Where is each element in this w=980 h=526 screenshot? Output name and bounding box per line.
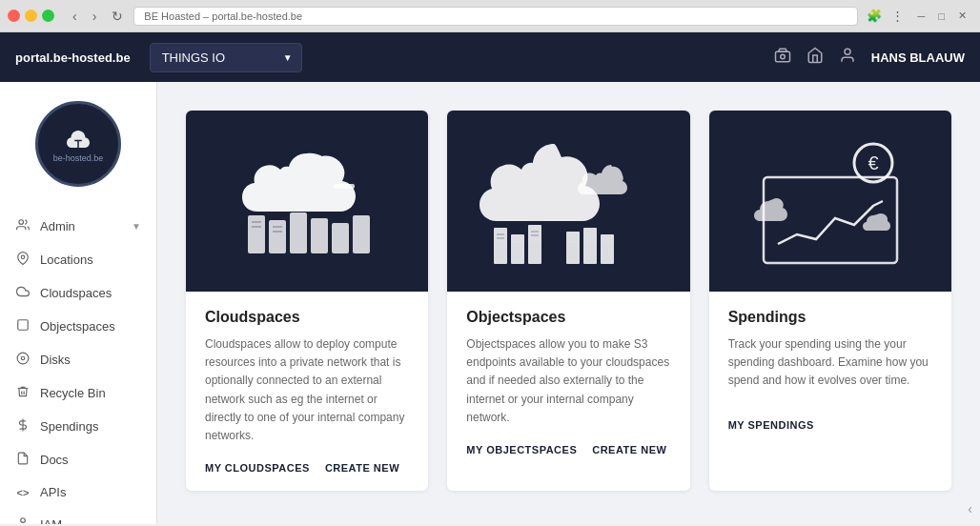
cloudspaces-card-actions: MY CLOUDSPACES CREATE NEW xyxy=(205,462,409,474)
url-bar[interactable]: BE Hoasted – portal.be-hosted.be xyxy=(133,7,857,26)
camera-icon[interactable] xyxy=(774,47,791,68)
disks-icon xyxy=(15,352,31,368)
sidebar-item-disks[interactable]: Disks xyxy=(0,343,156,376)
sidebar-nav: Admin ▼ Locations Cloudspaces xyxy=(0,202,156,524)
top-nav-icons: HANS BLAAUW xyxy=(774,47,965,68)
cloudspaces-icon xyxy=(15,285,31,301)
create-cloudspace-link[interactable]: CREATE NEW xyxy=(325,462,399,474)
sidebar: be-hosted.be Admin ▼ Locations xyxy=(0,82,157,524)
create-objectspace-link[interactable]: CREATE NEW xyxy=(592,444,666,455)
spendings-card-image: € xyxy=(709,111,951,292)
browser-forward-btn[interactable]: › xyxy=(88,7,102,26)
browser-minimize-btn[interactable] xyxy=(25,10,37,22)
objectspaces-card: Objectspaces Objectspaces allow you to m… xyxy=(447,111,689,491)
recycle-bin-icon xyxy=(15,385,31,401)
sidebar-objectspaces-label: Objectspaces xyxy=(40,319,141,334)
sidebar-item-locations[interactable]: Locations xyxy=(0,243,156,276)
objectspaces-card-actions: MY OBJECTSPACES CREATE NEW xyxy=(466,444,670,455)
svg-rect-22 xyxy=(511,234,524,264)
apis-icon: <> xyxy=(15,487,31,498)
svg-point-1 xyxy=(781,54,786,59)
spendings-icon xyxy=(15,418,31,435)
user-nav-icon[interactable] xyxy=(839,47,856,68)
cloudspaces-card-body: Cloudspaces Cloudspaces allow to deploy … xyxy=(186,292,428,491)
svg-point-7 xyxy=(21,356,25,360)
iam-icon xyxy=(15,516,31,524)
logo-svg-icon xyxy=(64,125,92,153)
menu-icon[interactable]: ⋮ xyxy=(888,6,907,26)
svg-rect-15 xyxy=(332,223,349,253)
browser-close-btn[interactable] xyxy=(8,10,20,22)
sidebar-admin-label: Admin xyxy=(40,219,122,233)
spendings-card-desc: Track your spending using the your spend… xyxy=(728,335,932,402)
browser-back-btn[interactable]: ‹ xyxy=(68,7,82,26)
win-minimize-btn[interactable]: ─ xyxy=(912,8,931,24)
svg-rect-13 xyxy=(290,212,307,253)
cloudspaces-card-desc: Cloudspaces allow to deploy compute reso… xyxy=(205,335,409,445)
sidebar-spendings-label: Spendings xyxy=(40,419,141,434)
page-content: Cloudspaces Cloudspaces allow to deploy … xyxy=(157,82,980,524)
svg-rect-5 xyxy=(18,320,29,331)
brand-label: portal.be-hosted.be xyxy=(15,51,131,65)
sidebar-apis-label: APIs xyxy=(40,485,141,499)
svg-rect-21 xyxy=(494,228,507,264)
svg-point-2 xyxy=(845,49,850,54)
sidebar-item-cloudspaces[interactable]: Cloudspaces xyxy=(0,276,156,310)
my-objectspaces-link[interactable]: MY OBJECTSPACES xyxy=(466,444,577,455)
sidebar-recycle-bin-label: Recycle Bin xyxy=(40,386,141,400)
svg-rect-24 xyxy=(566,232,580,264)
svg-rect-10 xyxy=(334,184,355,189)
win-restore-btn[interactable]: □ xyxy=(932,8,950,24)
locations-icon xyxy=(15,252,31,268)
cloudspaces-card: Cloudspaces Cloudspaces allow to deploy … xyxy=(186,111,428,491)
sidebar-item-recycle-bin[interactable]: Recycle Bin xyxy=(0,376,156,410)
sidebar-item-apis[interactable]: <> APIs xyxy=(0,476,156,508)
url-text: BE Hoasted – portal.be-hosted.be xyxy=(144,10,302,22)
svg-text:€: € xyxy=(868,152,878,173)
svg-rect-23 xyxy=(528,225,541,264)
svg-point-3 xyxy=(19,220,24,225)
extensions-icon[interactable]: 🧩 xyxy=(864,6,885,26)
browser-reload-btn[interactable]: ↻ xyxy=(107,7,128,26)
objectspaces-card-body: Objectspaces Objectspaces allow you to m… xyxy=(447,292,689,473)
svg-rect-12 xyxy=(269,220,286,253)
sidebar-disks-label: Disks xyxy=(40,353,141,367)
org-selector-wrap[interactable]: THINGS IO ▼ xyxy=(150,43,302,72)
cards-grid: Cloudspaces Cloudspaces allow to deploy … xyxy=(186,111,951,491)
objectspaces-card-title: Objectspaces xyxy=(466,309,670,326)
objectspaces-card-desc: Objectspaces allow you to make S3 endpoi… xyxy=(466,335,670,427)
admin-chevron-icon: ▼ xyxy=(132,221,141,232)
svg-rect-0 xyxy=(775,51,789,62)
sidebar-locations-label: Locations xyxy=(40,253,141,267)
top-nav: portal.be-hosted.be THINGS IO ▼ xyxy=(0,32,980,82)
objectspaces-icon xyxy=(15,318,31,334)
svg-point-4 xyxy=(21,255,25,259)
svg-rect-16 xyxy=(353,215,370,253)
sidebar-item-objectspaces[interactable]: Objectspaces xyxy=(0,310,156,343)
my-spendings-link[interactable]: MY SPENDINGS xyxy=(728,419,814,431)
my-cloudspaces-link[interactable]: MY CLOUDSPACES xyxy=(205,462,310,474)
org-selector[interactable]: THINGS IO xyxy=(150,43,302,72)
svg-rect-25 xyxy=(583,228,597,264)
browser-maximize-btn[interactable] xyxy=(42,10,54,22)
spendings-card: € Spendings Track you xyxy=(709,111,951,491)
spendings-card-body: Spendings Track your spending using the … xyxy=(709,292,951,448)
spendings-card-actions: MY SPENDINGS xyxy=(728,419,932,431)
sidebar-logo: be-hosted.be xyxy=(0,82,156,202)
sidebar-item-iam[interactable]: IAM xyxy=(0,508,156,524)
sidebar-item-spendings[interactable]: Spendings xyxy=(0,410,156,443)
svg-point-6 xyxy=(17,353,29,364)
svg-rect-26 xyxy=(601,234,614,264)
logo-circle: be-hosted.be xyxy=(35,101,121,187)
username-label: HANS BLAAUW xyxy=(871,51,965,65)
svg-rect-14 xyxy=(311,218,328,253)
sidebar-item-docs[interactable]: Docs xyxy=(0,443,156,476)
win-close-btn[interactable]: ✕ xyxy=(952,8,972,24)
svg-rect-11 xyxy=(248,215,265,253)
logo-text: be-hosted.be xyxy=(53,153,104,163)
svg-point-9 xyxy=(21,518,26,523)
sidebar-item-admin[interactable]: Admin ▼ xyxy=(0,210,156,243)
cloudspaces-card-image xyxy=(186,111,428,292)
home-icon[interactable] xyxy=(806,47,824,68)
objectspaces-card-image xyxy=(447,111,689,292)
